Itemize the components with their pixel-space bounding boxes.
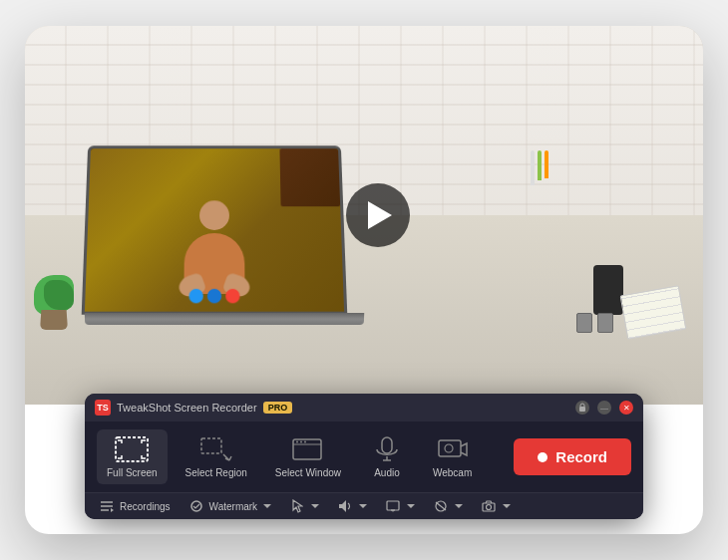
pencils: [531, 150, 548, 185]
call-ctrl-1: [188, 289, 202, 304]
app-icon: TS: [95, 400, 111, 416]
recordings-label: Recordings: [120, 501, 171, 512]
camera-chevron-icon: [503, 504, 511, 508]
clip-1: [576, 313, 592, 333]
play-icon: [368, 201, 392, 229]
webcam-icon: [435, 435, 471, 463]
call-ctrl-2: [207, 289, 221, 304]
toolbar-bottom: Recordings Watermark: [85, 492, 643, 519]
paper-clips: [576, 313, 613, 333]
fullscreen-icon: [114, 435, 150, 463]
svg-rect-2: [201, 438, 221, 453]
recordings-icon: [99, 498, 115, 514]
laptop: [85, 143, 364, 325]
app-card: TS TweakShot Screen Recorder PRO — ✕: [25, 26, 703, 534]
pro-badge: PRO: [263, 402, 293, 414]
svg-point-6: [300, 441, 302, 443]
toolbar-header: TS TweakShot Screen Recorder PRO — ✕: [85, 394, 643, 421]
watermark-chevron-icon: [263, 504, 271, 508]
audio-label: Audio: [374, 467, 400, 478]
clip-2: [597, 313, 613, 333]
cursor-item[interactable]: [289, 498, 319, 514]
lock-button[interactable]: [575, 401, 589, 415]
window-controls: — ✕: [575, 401, 633, 415]
record-dot-icon: [538, 452, 547, 462]
svg-point-5: [296, 441, 298, 443]
svg-point-24: [487, 505, 492, 510]
mode-fullscreen[interactable]: Full Screen: [97, 429, 168, 484]
pencil-1: [531, 150, 535, 185]
mode-audio[interactable]: Audio: [359, 429, 415, 484]
desk-scene: [25, 26, 703, 405]
close-button[interactable]: ✕: [619, 401, 633, 415]
select-window-label: Select Window: [275, 467, 341, 478]
screen-recorder-toolbar: TS TweakShot Screen Recorder PRO — ✕: [85, 394, 643, 519]
volume-icon: [337, 498, 353, 514]
select-window-icon: [290, 435, 326, 463]
select-region-label: Select Region: [185, 467, 247, 478]
svg-rect-18: [387, 501, 399, 510]
screen-icon: [385, 498, 401, 514]
cursor-chevron-icon: [311, 504, 319, 508]
pencil-2: [538, 150, 542, 180]
svg-rect-0: [579, 407, 585, 412]
volume-item[interactable]: [337, 498, 367, 514]
camera-item[interactable]: [481, 498, 511, 514]
person-on-screen: [174, 200, 255, 301]
svg-rect-11: [439, 440, 461, 456]
mode-select-window[interactable]: Select Window: [265, 429, 351, 484]
hero-background: [25, 26, 703, 405]
mode-webcam[interactable]: Webcam: [423, 429, 482, 484]
pencil-holder: [593, 265, 623, 315]
play-button[interactable]: [346, 183, 410, 247]
recordings-item[interactable]: Recordings: [99, 498, 171, 514]
exclude-chevron-icon: [455, 504, 463, 508]
main-container: TS TweakShot Screen Recorder PRO — ✕: [20, 16, 708, 544]
svg-rect-8: [382, 437, 392, 453]
svg-marker-16: [111, 508, 114, 512]
pencil-3: [545, 150, 548, 178]
watermark-icon: [188, 498, 204, 514]
select-region-icon: [198, 435, 234, 463]
audio-icon: [369, 435, 405, 463]
watermark-label: Watermark: [209, 501, 258, 512]
call-ctrl-3: [225, 289, 239, 304]
record-label: Record: [555, 448, 607, 465]
svg-point-17: [191, 501, 201, 511]
toolbar-body: Full Screen Select Region: [85, 421, 643, 492]
volume-chevron-icon: [359, 504, 367, 508]
watermark-item[interactable]: Watermark: [188, 498, 272, 514]
app-title: TweakShot Screen Recorder: [117, 402, 257, 414]
camera-icon: [481, 498, 497, 514]
bookshelf: [279, 148, 340, 206]
minimize-button[interactable]: —: [597, 401, 611, 415]
laptop-base: [85, 313, 364, 325]
laptop-screen: [82, 145, 348, 314]
plant-decoration: [40, 310, 68, 330]
mode-select-region[interactable]: Select Region: [176, 429, 257, 484]
exclude-icon: [433, 498, 449, 514]
capture-modes: Full Screen Select Region: [97, 429, 506, 484]
exclude-item[interactable]: [433, 498, 463, 514]
screen-item[interactable]: [385, 498, 415, 514]
record-button[interactable]: Record: [514, 438, 631, 475]
svg-point-12: [445, 444, 453, 452]
fullscreen-label: Full Screen: [107, 467, 158, 478]
toolbar-title-area: TS TweakShot Screen Recorder PRO: [95, 400, 292, 416]
webcam-label: Webcam: [433, 467, 472, 478]
call-controls: [188, 289, 239, 304]
screen-chevron-icon: [407, 504, 415, 508]
cursor-icon: [289, 498, 305, 514]
svg-point-7: [304, 441, 306, 443]
